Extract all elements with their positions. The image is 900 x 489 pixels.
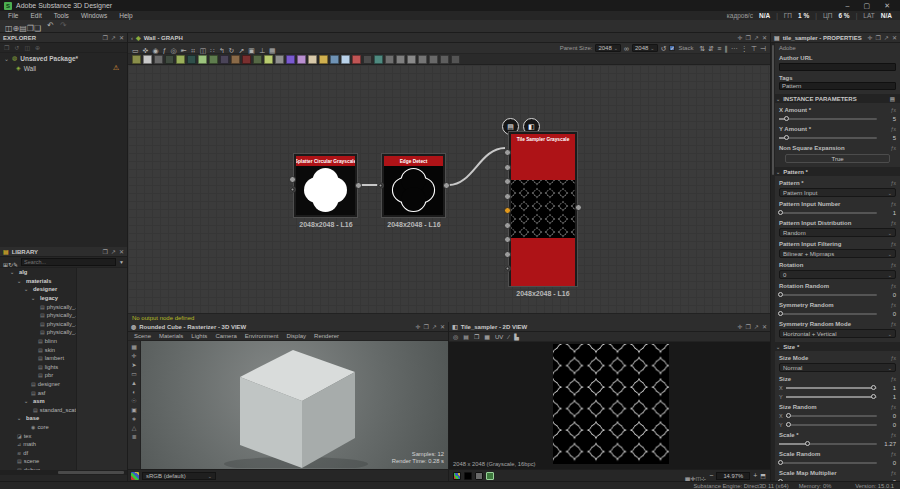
view3d-viewport[interactable]: Samples: 12 Render Time: 0.28 s: [141, 341, 448, 469]
input-dot[interactable]: [504, 178, 511, 185]
input-dot[interactable]: [377, 182, 384, 189]
tree-item-package[interactable]: ⌄◍ Unsaved Package*: [0, 53, 127, 63]
graph-tool-icon[interactable]: ▣: [248, 47, 255, 54]
zoom-out-button[interactable]: −: [709, 472, 713, 479]
graph-tool-icon[interactable]: ↗: [238, 47, 244, 54]
restore-button[interactable]: ▢: [864, 2, 871, 10]
library-tree-item[interactable]: ▤ lambert: [0, 354, 76, 363]
library-tree-item[interactable]: ▤ asf: [0, 388, 76, 397]
symmetry-random-slider[interactable]: 0: [779, 311, 896, 317]
dock-icon[interactable]: ❐: [103, 34, 108, 41]
size-random-y-slider[interactable]: Y 0: [779, 422, 896, 428]
view2d-tool-icon[interactable]: UV: [495, 334, 503, 340]
view2d-tool-icon[interactable]: ❐: [474, 334, 479, 340]
function-icon[interactable]: ƒx: [891, 283, 896, 289]
scrollbar-thumb[interactable]: [58, 471, 124, 474]
function-icon[interactable]: ƒx: [891, 376, 896, 382]
pattern-input-filtering-dropdown[interactable]: Bilinear + Mipmaps⌄: [779, 249, 896, 258]
close-icon[interactable]: ✕: [119, 248, 124, 255]
output-dot[interactable]: [355, 182, 362, 189]
align-icon[interactable]: ⇅: [699, 45, 705, 52]
node-type-icon[interactable]: [451, 55, 460, 64]
node-type-icon[interactable]: [319, 55, 328, 64]
view3d-tool-icon[interactable]: ∗: [131, 416, 136, 422]
parent-size-y-dropdown[interactable]: 2048⌄: [632, 44, 658, 52]
view3d-menu-item[interactable]: Materials: [159, 333, 183, 339]
function-icon[interactable]: ƒx: [891, 470, 896, 476]
non-square-expansion-button[interactable]: True: [785, 154, 890, 163]
library-tree-item[interactable]: ▤ physically_...: [0, 302, 76, 311]
node-type-icon[interactable]: [396, 55, 405, 64]
function-icon[interactable]: ƒx: [891, 321, 896, 327]
author-url-input[interactable]: [779, 63, 896, 71]
preset-icon[interactable]: ▤: [890, 96, 895, 102]
size-y-value[interactable]: 1: [880, 394, 896, 400]
properties-scrollbar[interactable]: [771, 43, 775, 481]
undo-icon[interactable]: ↶: [47, 22, 54, 30]
scale-value[interactable]: 1.27: [880, 441, 896, 447]
library-tree-item[interactable]: ▤ skin: [0, 345, 76, 354]
zoom-level-input[interactable]: 14.97%: [716, 472, 750, 480]
node-type-icon[interactable]: [407, 55, 416, 64]
function-icon[interactable]: ƒx: [891, 432, 896, 438]
view3d-tool-icon[interactable]: ≣: [131, 434, 136, 440]
toolbar-icon[interactable]: ▤: [19, 24, 27, 33]
library-tree-item[interactable]: ▤ scene: [0, 457, 76, 466]
library-tree-item[interactable]: ⌄ alg: [0, 268, 76, 277]
x-amount-slider[interactable]: 5: [779, 116, 896, 122]
view2d-tool-icon[interactable]: ▦: [484, 334, 490, 340]
node-type-icon[interactable]: [231, 55, 240, 64]
output-dot[interactable]: [443, 182, 450, 189]
node-type-icon[interactable]: [330, 55, 339, 64]
graph-tool-icon[interactable]: ƒ: [163, 47, 167, 54]
redo-icon[interactable]: ↷: [60, 22, 67, 30]
dock-icon[interactable]: ❐: [103, 248, 108, 255]
node-type-icon[interactable]: [242, 55, 251, 64]
library-tree-item[interactable]: ⊿ math: [0, 440, 76, 449]
graph-tool-icon[interactable]: ⠶: [191, 47, 196, 54]
align-icon[interactable]: ≡: [717, 45, 721, 52]
pin-icon[interactable]: ✛: [738, 323, 743, 330]
align-icon[interactable]: ⊣: [760, 45, 766, 52]
library-tree-item[interactable]: ▤ designer: [0, 380, 76, 389]
view3d-menu-item[interactable]: Lights: [191, 333, 207, 339]
function-icon[interactable]: ƒx: [891, 201, 896, 207]
align-icon[interactable]: ⋯: [731, 45, 738, 52]
size-section[interactable]: ⌄Size *: [771, 342, 900, 351]
scale-slider[interactable]: 1.27: [779, 441, 896, 447]
maximize-icon[interactable]: ↗: [754, 323, 759, 330]
view3d-tool-icon[interactable]: ◐: [132, 389, 136, 395]
function-icon[interactable]: ƒx: [891, 145, 896, 151]
rotation-random-value[interactable]: 0: [880, 292, 896, 298]
function-icon[interactable]: ƒx: [891, 220, 896, 226]
explorer-toolbar-icon[interactable]: ◫: [24, 45, 30, 51]
input-dot[interactable]: [504, 149, 511, 156]
maximize-icon[interactable]: ↗: [754, 34, 759, 41]
view3d-tool-icon[interactable]: ▣: [131, 407, 137, 413]
node-type-icon[interactable]: [209, 55, 218, 64]
reset-icon[interactable]: ↺: [661, 45, 667, 52]
library-tree-item[interactable]: ▤ physically_...: [0, 328, 76, 337]
input-dot[interactable]: [504, 222, 511, 229]
function-icon[interactable]: ƒx: [891, 262, 896, 268]
maximize-icon[interactable]: ↗: [884, 34, 889, 41]
close-icon[interactable]: ✕: [119, 34, 124, 41]
node-type-icon[interactable]: [253, 55, 262, 64]
gray-channel-icon[interactable]: [475, 472, 483, 480]
y-amount-slider[interactable]: 5: [779, 135, 896, 141]
link-icon[interactable]: ∞: [624, 45, 629, 52]
rotation-dropdown[interactable]: 0⌄: [779, 270, 896, 279]
node-type-icon[interactable]: [352, 55, 361, 64]
node-type-icon[interactable]: [297, 55, 306, 64]
rotation-random-slider[interactable]: 0: [779, 292, 896, 298]
view2d-tool-icon[interactable]: ◎: [453, 334, 458, 340]
scale-random-value[interactable]: 0: [880, 460, 896, 466]
view3d-tool-icon[interactable]: ☉: [131, 398, 136, 404]
node-type-icon[interactable]: [143, 55, 152, 64]
instance-parameters-section[interactable]: ⌄ INSTANCE PARAMETERS ▤: [771, 94, 900, 103]
graph-tool-icon[interactable]: ◫: [200, 47, 207, 54]
size-random-y-value[interactable]: 0: [880, 422, 896, 428]
view3d-menu-item[interactable]: Display: [286, 333, 306, 339]
view2d-tool-icon[interactable]: ▤: [463, 334, 469, 340]
close-icon[interactable]: ✕: [892, 34, 897, 41]
